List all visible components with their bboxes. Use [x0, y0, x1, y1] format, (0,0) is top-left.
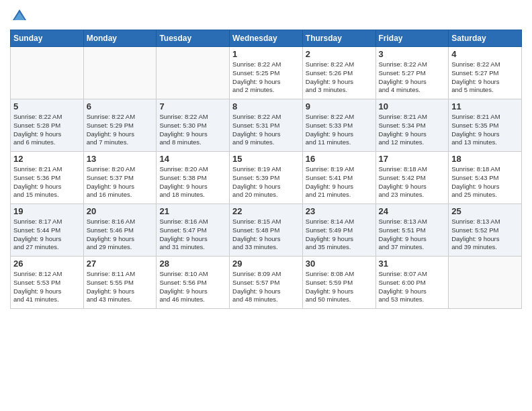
day-number: 23 — [306, 206, 373, 216]
day-info: Sunrise: 8:21 AM Sunset: 5:34 PM Dayligh… — [379, 113, 446, 147]
calendar-cell: 3Sunrise: 8:22 AM Sunset: 5:27 PM Daylig… — [375, 47, 449, 99]
day-info: Sunrise: 8:22 AM Sunset: 5:26 PM Dayligh… — [306, 60, 373, 95]
week-row-0: 1Sunrise: 8:22 AM Sunset: 5:25 PM Daylig… — [11, 47, 522, 99]
calendar-cell: 7Sunrise: 8:22 AM Sunset: 5:30 PM Daylig… — [157, 99, 230, 152]
day-number: 11 — [451, 101, 519, 111]
day-number: 16 — [306, 154, 373, 164]
calendar-cell: 30Sunrise: 8:08 AM Sunset: 5:59 PM Dayli… — [302, 257, 375, 309]
calendar-cell: 11Sunrise: 8:21 AM Sunset: 5:35 PM Dayli… — [449, 99, 522, 152]
calendar-cell — [11, 47, 84, 99]
logo — [10, 7, 32, 26]
day-info: Sunrise: 8:21 AM Sunset: 5:35 PM Dayligh… — [451, 113, 519, 147]
calendar-cell: 25Sunrise: 8:13 AM Sunset: 5:52 PM Dayli… — [449, 204, 522, 257]
logo-icon — [10, 7, 29, 26]
day-number: 29 — [232, 259, 300, 269]
day-number: 2 — [306, 49, 373, 59]
calendar-cell: 26Sunrise: 8:12 AM Sunset: 5:53 PM Dayli… — [11, 257, 84, 309]
day-number: 25 — [451, 206, 519, 216]
calendar-cell — [449, 257, 522, 309]
weekday-header-sunday: Sunday — [11, 30, 84, 47]
weekday-header-friday: Friday — [375, 30, 449, 47]
calendar-cell: 2Sunrise: 8:22 AM Sunset: 5:26 PM Daylig… — [302, 47, 375, 99]
day-info: Sunrise: 8:19 AM Sunset: 5:39 PM Dayligh… — [232, 165, 300, 199]
calendar-cell: 29Sunrise: 8:09 AM Sunset: 5:57 PM Dayli… — [230, 257, 303, 309]
day-info: Sunrise: 8:07 AM Sunset: 6:00 PM Dayligh… — [379, 270, 446, 304]
calendar-cell: 16Sunrise: 8:19 AM Sunset: 5:41 PM Dayli… — [302, 152, 375, 204]
calendar-cell: 20Sunrise: 8:16 AM Sunset: 5:46 PM Dayli… — [83, 204, 157, 257]
day-number: 28 — [159, 259, 226, 269]
day-info: Sunrise: 8:11 AM Sunset: 5:55 PM Dayligh… — [87, 270, 154, 304]
day-number: 4 — [451, 49, 519, 59]
day-info: Sunrise: 8:10 AM Sunset: 5:56 PM Dayligh… — [159, 270, 226, 304]
day-info: Sunrise: 8:13 AM Sunset: 5:52 PM Dayligh… — [451, 218, 519, 252]
calendar-cell: 1Sunrise: 8:22 AM Sunset: 5:25 PM Daylig… — [230, 47, 303, 99]
day-number: 19 — [13, 206, 81, 216]
calendar-cell: 14Sunrise: 8:20 AM Sunset: 5:38 PM Dayli… — [157, 152, 230, 204]
day-number: 8 — [232, 101, 300, 111]
day-number: 24 — [379, 206, 446, 216]
day-number: 9 — [306, 101, 373, 111]
day-info: Sunrise: 8:22 AM Sunset: 5:31 PM Dayligh… — [232, 113, 300, 147]
day-number: 21 — [159, 206, 226, 216]
day-info: Sunrise: 8:17 AM Sunset: 5:44 PM Dayligh… — [13, 218, 81, 252]
day-info: Sunrise: 8:20 AM Sunset: 5:38 PM Dayligh… — [159, 165, 226, 199]
calendar-cell: 15Sunrise: 8:19 AM Sunset: 5:39 PM Dayli… — [230, 152, 303, 204]
day-info: Sunrise: 8:12 AM Sunset: 5:53 PM Dayligh… — [13, 270, 81, 304]
week-row-2: 12Sunrise: 8:21 AM Sunset: 5:36 PM Dayli… — [11, 152, 522, 204]
calendar-cell: 19Sunrise: 8:17 AM Sunset: 5:44 PM Dayli… — [11, 204, 84, 257]
page: SundayMondayTuesdayWednesdayThursdayFrid… — [0, 0, 532, 411]
calendar: SundayMondayTuesdayWednesdayThursdayFrid… — [10, 30, 522, 309]
day-info: Sunrise: 8:22 AM Sunset: 5:27 PM Dayligh… — [451, 60, 519, 95]
day-info: Sunrise: 8:08 AM Sunset: 5:59 PM Dayligh… — [306, 270, 373, 304]
day-number: 14 — [159, 154, 226, 164]
day-info: Sunrise: 8:16 AM Sunset: 5:47 PM Dayligh… — [159, 218, 226, 252]
weekday-header-tuesday: Tuesday — [157, 30, 230, 47]
calendar-cell: 31Sunrise: 8:07 AM Sunset: 6:00 PM Dayli… — [375, 257, 449, 309]
day-number: 3 — [379, 49, 446, 59]
calendar-cell: 22Sunrise: 8:15 AM Sunset: 5:48 PM Dayli… — [230, 204, 303, 257]
day-number: 22 — [232, 206, 300, 216]
calendar-cell: 21Sunrise: 8:16 AM Sunset: 5:47 PM Dayli… — [157, 204, 230, 257]
week-row-1: 5Sunrise: 8:22 AM Sunset: 5:28 PM Daylig… — [11, 99, 522, 152]
day-number: 18 — [451, 154, 519, 164]
weekday-header-wednesday: Wednesday — [230, 30, 303, 47]
header — [10, 7, 522, 26]
day-info: Sunrise: 8:22 AM Sunset: 5:29 PM Dayligh… — [87, 113, 154, 147]
day-info: Sunrise: 8:18 AM Sunset: 5:42 PM Dayligh… — [379, 165, 446, 199]
day-number: 17 — [379, 154, 446, 164]
calendar-cell: 6Sunrise: 8:22 AM Sunset: 5:29 PM Daylig… — [83, 99, 157, 152]
day-info: Sunrise: 8:15 AM Sunset: 5:48 PM Dayligh… — [232, 218, 300, 252]
day-info: Sunrise: 8:22 AM Sunset: 5:28 PM Dayligh… — [13, 113, 81, 147]
day-info: Sunrise: 8:18 AM Sunset: 5:43 PM Dayligh… — [451, 165, 519, 199]
calendar-cell: 5Sunrise: 8:22 AM Sunset: 5:28 PM Daylig… — [11, 99, 84, 152]
calendar-cell: 28Sunrise: 8:10 AM Sunset: 5:56 PM Dayli… — [157, 257, 230, 309]
calendar-cell — [83, 47, 157, 99]
weekday-header-thursday: Thursday — [302, 30, 375, 47]
calendar-cell: 13Sunrise: 8:20 AM Sunset: 5:37 PM Dayli… — [83, 152, 157, 204]
weekday-header-saturday: Saturday — [449, 30, 522, 47]
day-info: Sunrise: 8:14 AM Sunset: 5:49 PM Dayligh… — [306, 218, 373, 252]
day-number: 27 — [87, 259, 154, 269]
day-number: 15 — [232, 154, 300, 164]
day-info: Sunrise: 8:16 AM Sunset: 5:46 PM Dayligh… — [87, 218, 154, 252]
day-info: Sunrise: 8:09 AM Sunset: 5:57 PM Dayligh… — [232, 270, 300, 304]
day-number: 30 — [306, 259, 373, 269]
day-number: 1 — [232, 49, 300, 59]
day-number: 20 — [87, 206, 154, 216]
calendar-cell: 24Sunrise: 8:13 AM Sunset: 5:51 PM Dayli… — [375, 204, 449, 257]
weekday-header-monday: Monday — [83, 30, 157, 47]
calendar-cell: 23Sunrise: 8:14 AM Sunset: 5:49 PM Dayli… — [302, 204, 375, 257]
week-row-4: 26Sunrise: 8:12 AM Sunset: 5:53 PM Dayli… — [11, 257, 522, 309]
day-info: Sunrise: 8:19 AM Sunset: 5:41 PM Dayligh… — [306, 165, 373, 199]
weekday-header-row: SundayMondayTuesdayWednesdayThursdayFrid… — [11, 30, 522, 47]
day-number: 5 — [13, 101, 81, 111]
day-number: 10 — [379, 101, 446, 111]
calendar-cell: 27Sunrise: 8:11 AM Sunset: 5:55 PM Dayli… — [83, 257, 157, 309]
calendar-cell: 8Sunrise: 8:22 AM Sunset: 5:31 PM Daylig… — [230, 99, 303, 152]
day-info: Sunrise: 8:21 AM Sunset: 5:36 PM Dayligh… — [13, 165, 81, 199]
day-number: 12 — [13, 154, 81, 164]
day-number: 7 — [159, 101, 226, 111]
calendar-cell — [157, 47, 230, 99]
day-number: 6 — [87, 101, 154, 111]
day-number: 31 — [379, 259, 446, 269]
